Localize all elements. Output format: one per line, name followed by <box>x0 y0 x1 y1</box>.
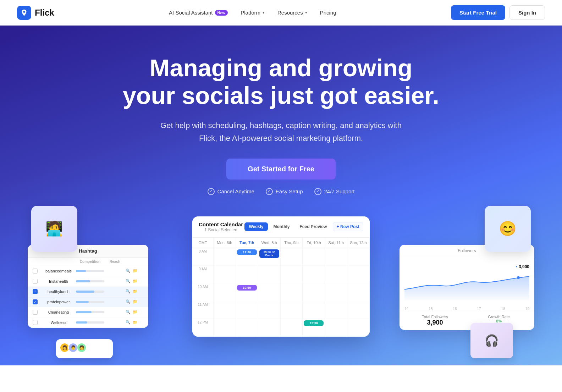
cal-time-8am: 8 AM <box>192 248 214 266</box>
cal-event-multi[interactable]: 09:00 +2 Posts <box>259 249 279 258</box>
check-cancel-label: Cancel Anytime <box>217 188 254 194</box>
search-icon[interactable]: 🔍 <box>126 310 131 314</box>
cal-header-thu: Thu, 9th <box>281 238 303 248</box>
x-label-19: 19 <box>525 307 529 311</box>
cal-cell <box>281 248 303 266</box>
growth-rate-label: Growth Rate <box>468 315 529 319</box>
cal-header-fri: Fri, 10th <box>303 238 325 248</box>
x-label-17: 17 <box>477 307 481 311</box>
search-icon[interactable]: 🔍 <box>126 299 131 304</box>
search-icon[interactable]: 🔍 <box>126 320 131 325</box>
folder-icon[interactable]: 📁 <box>133 269 138 273</box>
logo-link[interactable]: Flick <box>17 6 54 20</box>
team-card: 👩 👨 🧑 <box>56 339 113 358</box>
cal-cell <box>258 301 281 319</box>
folder-icon[interactable]: 📁 <box>133 289 138 294</box>
calendar-subtitle: 1 Social Selected <box>199 227 243 232</box>
hashtag-bar-0 <box>76 270 104 272</box>
search-icon[interactable]: 🔍 <box>126 269 131 273</box>
get-started-button[interactable]: Get Started for Free <box>226 159 336 180</box>
hero-section: Managing and growing your socials just g… <box>0 26 562 365</box>
nav-pricing[interactable]: Pricing <box>314 7 342 18</box>
tab-monthly[interactable]: Monthly <box>269 222 294 231</box>
screenshots-area: 🧑‍💻 😊 Hashtag Competition Reach balanced… <box>17 216 545 365</box>
cal-cell <box>214 266 236 283</box>
cal-cell: 09:00 +2 Posts <box>258 248 281 266</box>
analytics-svg <box>404 261 529 303</box>
cal-cell <box>325 283 347 301</box>
folder-icon[interactable]: 📁 <box>133 279 138 283</box>
cal-cell-tue-10am: 10:50 <box>236 283 258 301</box>
analytics-x-labels: 14 15 16 17 18 19 <box>400 307 534 311</box>
nav-actions: Start Free Trial Sign In <box>451 5 545 20</box>
cal-cell <box>236 266 258 283</box>
search-icon[interactable]: 🔍 <box>126 279 131 283</box>
hashtag-name-0: balancedmeals <box>41 269 76 273</box>
hashtag-row: ✓ proteinpower 🔍📁 <box>28 297 148 307</box>
person-left-card: 🧑‍💻 <box>31 206 77 252</box>
folder-icon[interactable]: 📁 <box>133 310 138 314</box>
nav-links: AI Social Assistant New Platform ▾ Resou… <box>163 7 342 18</box>
hashtag-checkbox-2[interactable]: ✓ <box>33 289 38 294</box>
hashtag-checkbox-4[interactable] <box>33 310 38 315</box>
folder-icon[interactable]: 📁 <box>133 320 138 325</box>
hashtag-row: Instahealth 🔍📁 <box>28 276 148 287</box>
cal-cell <box>236 319 258 337</box>
hashtag-checkbox-5[interactable] <box>33 320 38 325</box>
cal-cell <box>281 301 303 319</box>
folder-icon[interactable]: 📁 <box>133 299 138 304</box>
tab-feed[interactable]: Feed Preview <box>296 222 331 231</box>
cal-header-wed: Wed, 8th <box>258 238 281 248</box>
cal-cell <box>214 301 236 319</box>
new-post-button[interactable]: + New Post <box>333 222 363 231</box>
calendar-day-headers: GMT Mon, 6th Tue, 7th Wed, 8th Thu, 9th … <box>192 238 370 248</box>
cal-header-gmt: GMT <box>192 238 214 248</box>
hashtag-checkbox-1[interactable] <box>33 279 38 284</box>
nav-platform[interactable]: Platform ▾ <box>235 7 270 18</box>
cal-header-sat: Sat, 11th <box>325 238 347 248</box>
hashtag-checkbox-0[interactable] <box>33 269 38 274</box>
nav-pricing-label: Pricing <box>320 10 336 16</box>
cal-cell <box>303 301 325 319</box>
cal-cell-fri-12pm: 12:30 <box>303 319 325 337</box>
cal-cell <box>214 319 236 337</box>
cal-cell <box>281 319 303 337</box>
cal-event[interactable]: 11:30 <box>237 249 257 255</box>
cal-cell <box>281 283 303 301</box>
avatar-3: 🧑 <box>77 343 87 353</box>
sign-in-button[interactable]: Sign In <box>509 5 545 20</box>
tab-weekly[interactable]: Weekly <box>244 222 268 231</box>
cal-event-purple[interactable]: 10:50 <box>237 285 257 291</box>
calendar-tabs: Weekly Monthly Feed Preview <box>244 222 331 231</box>
hashtag-col-reach: Reach <box>104 260 126 264</box>
person-right-image: 😊 <box>485 206 531 252</box>
total-followers-label: Total Followers <box>404 315 465 319</box>
hashtag-bar-1 <box>76 280 104 282</box>
followers-value: 3,900 <box>519 264 529 269</box>
nav-ai-social-badge: New <box>215 10 228 16</box>
person-br-card: 🎧 <box>470 323 513 358</box>
growth-rate-value: 8% <box>468 319 529 323</box>
below-hero: The modern social marketing platform for… <box>0 365 562 392</box>
analytics-chart: ● 3,900 <box>400 257 534 307</box>
calendar-card: Content Calendar 1 Social Selected Weekl… <box>192 216 370 337</box>
hashtag-checkbox-3[interactable]: ✓ <box>33 299 38 304</box>
cal-time-9am: 9 AM <box>192 266 214 283</box>
hashtag-bar-3 <box>76 301 104 303</box>
calendar-grid: GMT Mon, 6th Tue, 7th Wed, 8th Thu, 9th … <box>192 238 370 337</box>
hashtag-name-2: healthylunch <box>41 289 76 294</box>
nav-ai-social[interactable]: AI Social Assistant New <box>163 7 233 18</box>
check-icon: ✓ <box>314 188 321 195</box>
hashtag-table-header: Competition Reach <box>28 258 148 266</box>
cal-event-teal[interactable]: 12:30 <box>304 320 324 326</box>
hashtag-icons-3: 🔍📁 <box>126 299 143 304</box>
search-icon[interactable]: 🔍 <box>126 289 131 294</box>
check-setup: ✓ Easy Setup <box>266 188 303 195</box>
start-trial-button[interactable]: Start Free Trial <box>451 5 505 20</box>
nav-resources[interactable]: Resources ▾ <box>272 7 313 18</box>
check-support-label: 24/7 Support <box>324 188 355 194</box>
hashtag-title: Hashtag <box>79 248 97 254</box>
logo-icon <box>17 6 31 20</box>
total-followers-value: 3,900 <box>404 319 465 326</box>
hashtag-icons-2: 🔍📁 <box>126 289 143 294</box>
